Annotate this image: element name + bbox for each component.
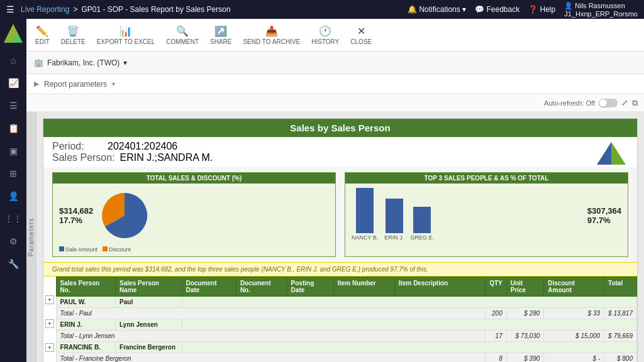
params-bar: ▶ Report parameters ▾ xyxy=(26,74,644,94)
chart1-content: $314,682 17.7% xyxy=(59,187,329,244)
delete-icon: 🗑️ xyxy=(67,25,79,37)
table-row: PAUL W. Paul xyxy=(56,297,636,308)
th-sp-no: Sales Person No. xyxy=(56,277,116,297)
secondary-toolbar: 🏢 Fabrikam, Inc. (TWO) ▾ xyxy=(26,52,644,74)
breadcrumb: Live Reporting > GP01 - SOP - Sales Repo… xyxy=(21,5,408,14)
cell-sp-name: Francine Bergeron xyxy=(116,342,182,353)
history-button[interactable]: 🕐 HISTORY xyxy=(311,25,339,45)
sidebar-item-calc[interactable]: ⊞ xyxy=(2,163,25,184)
report-area[interactable]: Sales by Sales Person Period: 202401:202… xyxy=(36,112,644,362)
cell-qty: 17 xyxy=(486,331,507,342)
table-row: Total - Lynn Jensen 17 $ 73,030 $ 15,000… xyxy=(56,331,636,342)
th-discount: Discount Amount xyxy=(544,277,604,297)
chart-total-sales: TOTAL SALES & DISCOUNT (%) $314,682 17.7… xyxy=(52,172,336,257)
sidebar-item-modules[interactable]: ⋮⋮ xyxy=(2,209,25,229)
cell-total-label: Total - Francine Bergeron xyxy=(56,353,486,363)
period-value: 202401:202406 xyxy=(108,141,177,152)
share-button[interactable]: ↗️ SHARE xyxy=(210,25,231,45)
share-icon: ↗️ xyxy=(214,25,227,37)
sidebar-item-docs[interactable]: 📋 xyxy=(2,118,25,138)
table-row: Total - Francine Bergeron 8 $ 390 $ - $ … xyxy=(56,353,636,363)
help-btn[interactable]: ❓ Help xyxy=(528,5,555,14)
params-label[interactable]: Report parameters xyxy=(44,80,107,89)
cell-qty: 200 xyxy=(486,308,507,319)
cell-price: $ 280 xyxy=(506,308,544,319)
table-section: + + + Sales Person No. Sales Person Name… xyxy=(43,277,637,362)
sidebar-item-home[interactable]: ⌂ xyxy=(2,50,25,70)
export-excel-button[interactable]: 📊 EXPORT TO EXCEL xyxy=(97,25,155,45)
company-selector[interactable]: 🏢 Fabrikam, Inc. (TWO) ▾ xyxy=(34,58,127,67)
auto-refresh-toggle[interactable] xyxy=(599,99,618,107)
export-icon: 📊 xyxy=(119,25,132,37)
bar-greg-label: GREG E. xyxy=(410,234,434,241)
cell-discount: $ 33 xyxy=(544,308,604,319)
sidebar-item-tools[interactable]: 🔧 xyxy=(2,254,25,274)
comment-button[interactable]: 🔍 COMMENT xyxy=(166,25,199,45)
breadcrumb-current: GP01 - SOP - Sales Report by Sales Perso… xyxy=(81,5,230,14)
table-row: ERIN J. Lynn Jensen xyxy=(56,319,636,331)
edit-icon: ✏️ xyxy=(36,25,48,37)
edit-button[interactable]: ✏️ EDIT xyxy=(35,25,50,45)
th-item-desc: Item Description xyxy=(394,277,485,297)
main-content: ✏️ EDIT 🗑️ DELETE 📊 EXPORT TO EXCEL 🔍 CO… xyxy=(26,19,644,362)
chart-top3: TOP 3 SALES PEOPLE & AS % OF TOTAL NANCY… xyxy=(345,172,628,257)
cell-price: $ 390 xyxy=(506,353,544,363)
toggle-thumb xyxy=(599,99,607,107)
sidebar-item-grid[interactable]: ▣ xyxy=(2,141,25,161)
sidebar-item-reports[interactable]: 📈 xyxy=(2,73,25,93)
archive-icon: 📥 xyxy=(265,25,278,37)
sidebar-item-menu[interactable]: ☰ xyxy=(2,96,25,116)
cell-discount: $ 15,000 xyxy=(544,331,604,342)
chart2-content: NANCY B. ERIN J. GREG E. xyxy=(352,187,621,244)
sidebar: ⌂ 📈 ☰ 📋 ▣ ⊞ 👤 ⋮⋮ ⚙ 🔧 xyxy=(0,19,26,362)
th-unit-price: Unit Price xyxy=(506,277,544,297)
close-button[interactable]: ✕ CLOSE xyxy=(350,25,372,45)
report-meta: Period: 202401:202406 Sales Person: ERIN… xyxy=(43,137,637,167)
cell-sp-no: PAUL W. xyxy=(56,297,116,308)
close-icon: ✕ xyxy=(357,25,365,37)
breadcrumb-home[interactable]: Live Reporting xyxy=(21,5,69,14)
th-item-no: Item Number xyxy=(333,277,394,297)
auto-refresh-label: Auto-refresh: Off xyxy=(544,99,595,107)
charts-row: TOTAL SALES & DISCOUNT (%) $314,682 17.7… xyxy=(43,167,637,262)
salesperson-label: Sales Person: xyxy=(52,152,115,163)
expand-francine-btn[interactable]: + xyxy=(45,343,54,352)
cell-sp-name: Paul xyxy=(116,297,182,308)
bar-chart: NANCY B. ERIN J. GREG E. xyxy=(352,190,575,241)
top-bar: ☰ Live Reporting > GP01 - SOP - Sales Re… xyxy=(0,0,644,19)
period-label: Period: xyxy=(52,141,103,152)
chart2-title: TOP 3 SALES PEOPLE & AS % OF TOTAL xyxy=(345,173,628,184)
chart1-stats: $314,682 17.7% xyxy=(59,206,93,225)
feedback-btn[interactable]: 💬 Feedback xyxy=(475,5,519,14)
action-bar: ✏️ EDIT 🗑️ DELETE 📊 EXPORT TO EXCEL 🔍 CO… xyxy=(26,19,644,52)
svg-marker-1 xyxy=(611,142,626,165)
params-panel[interactable]: Parameters xyxy=(26,112,36,362)
cell-discount: $ - xyxy=(544,353,604,363)
breadcrumb-sep: > xyxy=(73,5,77,14)
top-right-tools: 🔔 Notifications ▾ 💬 Feedback ❓ Help 👤 Ni… xyxy=(408,2,638,18)
salesperson-value: ERIN J.;SANDRA M. xyxy=(120,152,213,163)
open-new-icon[interactable]: ⧉ xyxy=(632,98,638,108)
delete-button[interactable]: 🗑️ DELETE xyxy=(61,25,86,45)
bar-erin-label: ERIN J. xyxy=(384,234,404,241)
sidebar-item-settings[interactable]: ⚙ xyxy=(2,231,25,251)
send-to-archive-button[interactable]: 📥 SEND TO ARCHIVE xyxy=(243,25,300,45)
hamburger-menu[interactable]: ☰ xyxy=(6,4,14,14)
chart1-legend: Sale Amount Discount xyxy=(59,246,329,253)
expand-report-icon[interactable]: ⤢ xyxy=(621,98,628,107)
expand-paul-btn[interactable]: + xyxy=(45,295,54,304)
th-total: Total xyxy=(604,277,637,297)
table-row: FRANCINE B. Francine Bergeron xyxy=(56,342,636,353)
notifications-btn[interactable]: 🔔 Notifications ▾ xyxy=(408,5,466,14)
chart2-stats: $307,364 97.7% xyxy=(587,206,621,225)
report-table: Sales Person No. Sales Person Name Docum… xyxy=(56,277,637,362)
expand-buttons-col: + + + xyxy=(43,277,56,362)
bar-nancy-rect xyxy=(356,188,374,233)
expand-erin-btn[interactable]: + xyxy=(45,319,54,328)
bar-nancy-label: NANCY B. xyxy=(352,234,378,241)
app-logo[interactable] xyxy=(4,24,23,43)
bar-erin: ERIN J. xyxy=(384,199,404,241)
sidebar-item-users[interactable]: 👤 xyxy=(2,186,25,206)
report-title: Sales by Sales Person xyxy=(43,119,637,137)
history-icon: 🕐 xyxy=(319,25,331,37)
